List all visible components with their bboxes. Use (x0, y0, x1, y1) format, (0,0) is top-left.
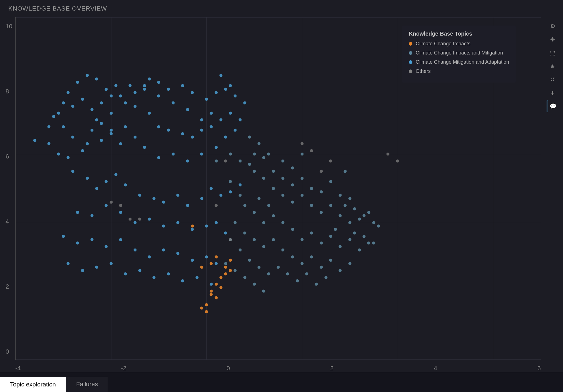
scatter-dot[interactable] (67, 91, 70, 94)
scatter-dot[interactable] (200, 266, 203, 269)
scatter-dot[interactable] (229, 153, 232, 156)
move-button[interactable]: ✥ (547, 33, 559, 46)
scatter-dot[interactable] (300, 238, 303, 241)
scatter-dot[interactable] (76, 211, 79, 214)
scatter-dot[interactable] (258, 197, 261, 200)
scatter-dot[interactable] (62, 101, 65, 104)
scatter-dot[interactable] (133, 105, 136, 108)
scatter-dot[interactable] (119, 204, 122, 207)
scatter-dot[interactable] (105, 245, 108, 248)
scatter-dot[interactable] (343, 204, 347, 207)
scatter-dot[interactable] (100, 101, 103, 104)
scatter-dot[interactable] (105, 88, 108, 91)
scatter-dot[interactable] (253, 153, 256, 156)
scatter-dot[interactable] (124, 272, 127, 276)
scatter-dot[interactable] (291, 255, 294, 258)
settings-button[interactable]: ⚙ (547, 20, 559, 32)
scatter-dot[interactable] (329, 259, 332, 262)
scatter-dot[interactable] (81, 149, 84, 152)
scatter-dot[interactable] (339, 214, 342, 217)
scatter-dot[interactable] (215, 160, 218, 163)
scatter-dot[interactable] (262, 156, 265, 159)
scatter-dot[interactable] (229, 269, 232, 272)
scatter-dot[interactable] (229, 180, 232, 183)
scatter-dot[interactable] (124, 101, 127, 104)
scatter-dot[interactable] (90, 214, 93, 217)
scatter-dot[interactable] (248, 135, 251, 138)
scatter-dot[interactable] (320, 242, 323, 245)
scatter-dot[interactable] (372, 221, 375, 224)
scatter-dot[interactable] (162, 224, 165, 227)
scatter-dot[interactable] (176, 194, 180, 197)
scatter-dot[interactable] (119, 238, 122, 241)
scatter-dot[interactable] (219, 118, 222, 121)
scatter-dot[interactable] (238, 160, 241, 163)
scatter-dot[interactable] (71, 105, 74, 108)
scatter-dot[interactable] (148, 77, 151, 80)
scatter-dot[interactable] (90, 108, 93, 111)
scatter-dot[interactable] (119, 211, 122, 214)
scatter-dot[interactable] (57, 153, 60, 156)
scatter-dot[interactable] (248, 163, 251, 166)
scatter-dot[interactable] (148, 111, 151, 115)
scatter-dot[interactable] (186, 160, 189, 163)
scatter-dot[interactable] (363, 235, 366, 238)
scatter-dot[interactable] (353, 207, 356, 210)
scatter-dot[interactable] (200, 129, 203, 132)
scatter-dot[interactable] (205, 98, 208, 101)
scatter-dot[interactable] (153, 276, 156, 279)
scatter-dot[interactable] (329, 235, 332, 238)
scatter-dot[interactable] (48, 142, 51, 145)
scatter-dot[interactable] (229, 190, 232, 193)
scatter-dot[interactable] (81, 269, 84, 272)
scatter-dot[interactable] (186, 108, 189, 111)
scatter-dot[interactable] (129, 84, 132, 87)
scatter-dot[interactable] (262, 289, 265, 292)
scatter-dot[interactable] (33, 139, 36, 142)
scatter-dot[interactable] (114, 84, 117, 87)
scatter-dot[interactable] (310, 149, 313, 152)
scatter-dot[interactable] (305, 272, 308, 276)
scatter-dot[interactable] (133, 91, 136, 94)
scatter-dot[interactable] (162, 249, 165, 252)
scatter-dot[interactable] (119, 142, 122, 145)
scatter-dot[interactable] (172, 101, 175, 104)
scatter-dot[interactable] (310, 187, 313, 190)
scatter-dot[interactable] (300, 194, 303, 197)
scatter-dot[interactable] (215, 296, 218, 299)
scatter-dot[interactable] (157, 95, 160, 98)
scatter-dot[interactable] (272, 187, 275, 190)
scatter-dot[interactable] (210, 111, 213, 115)
scatter-dot[interactable] (353, 231, 356, 234)
scatter-dot[interactable] (272, 170, 275, 173)
scatter-dot[interactable] (191, 224, 194, 227)
scatter-dot[interactable] (300, 262, 303, 265)
scatter-plot[interactable]: Knowledge Base Topics Climate Change Imp… (15, 17, 541, 360)
scatter-dot[interactable] (282, 177, 285, 180)
scatter-dot[interactable] (253, 283, 256, 286)
scatter-dot[interactable] (124, 125, 127, 128)
scatter-dot[interactable] (358, 249, 361, 252)
scatter-dot[interactable] (200, 307, 203, 310)
scatter-dot[interactable] (219, 286, 222, 289)
scatter-dot[interactable] (100, 122, 103, 125)
scatter-dot[interactable] (310, 255, 313, 258)
scatter-dot[interactable] (81, 98, 84, 101)
scatter-dot[interactable] (277, 266, 280, 269)
scatter-dot[interactable] (153, 197, 156, 200)
scatter-dot[interactable] (358, 218, 361, 221)
scatter-dot[interactable] (124, 183, 127, 187)
scatter-dot[interactable] (320, 211, 323, 214)
scatter-dot[interactable] (205, 255, 208, 258)
scatter-dot[interactable] (334, 228, 337, 231)
scatter-dot[interactable] (215, 221, 218, 224)
scatter-dot[interactable] (272, 238, 275, 241)
scatter-dot[interactable] (191, 228, 194, 231)
scatter-dot[interactable] (282, 160, 285, 163)
scatter-dot[interactable] (282, 221, 285, 224)
scatter-dot[interactable] (133, 249, 136, 252)
scatter-dot[interactable] (243, 204, 246, 207)
scatter-dot[interactable] (224, 135, 227, 138)
scatter-dot[interactable] (363, 214, 366, 217)
scatter-dot[interactable] (272, 214, 275, 217)
